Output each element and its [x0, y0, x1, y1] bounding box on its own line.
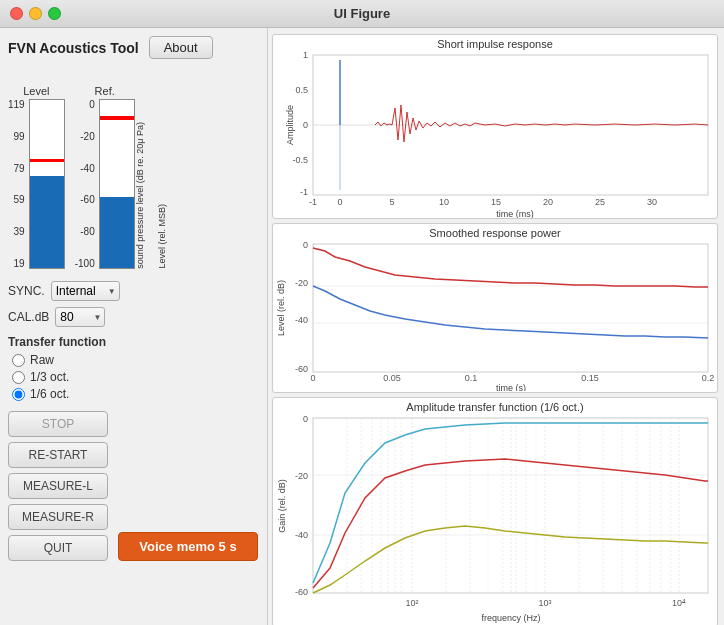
window-title: UI Figure [334, 6, 390, 21]
transfer-function-title: Transfer function [8, 335, 259, 349]
left-panel: FVN Acoustics Tool About Level 119 99 79… [0, 28, 268, 625]
svg-text:10²: 10² [405, 598, 418, 608]
minimize-button[interactable] [29, 7, 42, 20]
svg-text:-1: -1 [309, 197, 317, 207]
cal-select-wrapper[interactable]: 80 90 94 114 [55, 307, 105, 327]
restart-button[interactable]: RE-START [8, 442, 108, 468]
svg-text:-60: -60 [295, 587, 308, 597]
title-bar: UI Figure [0, 0, 724, 28]
stop-button[interactable]: STOP [8, 411, 108, 437]
smoothed-title: Smoothed response power [273, 224, 717, 239]
svg-text:0.15: 0.15 [581, 373, 599, 383]
svg-text:25: 25 [595, 197, 605, 207]
ref-bar [99, 99, 135, 269]
meters-row: Level 119 99 79 59 39 19 [8, 69, 259, 269]
impulse-title: Short impulse response [273, 35, 717, 50]
svg-text:0: 0 [303, 240, 308, 250]
svg-text:Level (rel. dB): Level (rel. dB) [276, 280, 286, 336]
svg-text:-0.5: -0.5 [292, 155, 308, 165]
cal-select[interactable]: 80 90 94 114 [55, 307, 105, 327]
svg-text:20: 20 [543, 197, 553, 207]
sync-label: SYNC. [8, 284, 45, 298]
level-scale: 119 99 79 59 39 19 [8, 99, 27, 269]
right-panel: Short impulse response 1 0.5 0 -0.5 -1 A… [268, 28, 724, 625]
svg-text:-40: -40 [295, 315, 308, 325]
svg-text:time (s): time (s) [496, 383, 526, 391]
measure-l-button[interactable]: MEASURE-L [8, 473, 108, 499]
main-content: FVN Acoustics Tool About Level 119 99 79… [0, 28, 724, 625]
svg-text:1: 1 [303, 50, 308, 60]
svg-text:0: 0 [303, 120, 308, 130]
svg-rect-19 [313, 244, 708, 372]
left-buttons: STOP RE-START MEASURE-L MEASURE-R QUIT [8, 411, 108, 561]
about-button[interactable]: About [149, 36, 213, 59]
svg-text:0.1: 0.1 [465, 373, 478, 383]
svg-text:-40: -40 [295, 530, 308, 540]
svg-text:-20: -20 [295, 278, 308, 288]
svg-text:10: 10 [439, 197, 449, 207]
svg-text:-60: -60 [295, 364, 308, 374]
level-bar [29, 99, 65, 269]
svg-text:0.05: 0.05 [383, 373, 401, 383]
radio-sixth-label: 1/6 oct. [30, 387, 69, 401]
smoothed-chart: Smoothed response power 0 -20 -40 -60 Le… [272, 223, 718, 393]
radio-third[interactable]: 1/3 oct. [12, 370, 259, 384]
ref-label: Ref. [95, 85, 115, 97]
top-row: FVN Acoustics Tool About [8, 36, 259, 59]
svg-text:0: 0 [303, 414, 308, 424]
smoothed-svg: 0 -20 -40 -60 Level (rel. dB) 0 0.05 0.1… [273, 239, 717, 391]
amplitude-chart: Amplitude transfer function (1/6 oct.) [272, 397, 718, 625]
app-title: FVN Acoustics Tool [8, 40, 139, 56]
svg-text:10⁴: 10⁴ [672, 598, 686, 608]
ref-axis-label: Level (rel. MSB) [157, 204, 167, 269]
sync-select[interactable]: Internal External [51, 281, 120, 301]
cal-label: CAL.dB [8, 310, 49, 324]
voice-memo-wrapper: Voice memo 5 s [118, 411, 258, 561]
svg-text:Gain (rel. dB): Gain (rel. dB) [277, 479, 287, 533]
measure-r-button[interactable]: MEASURE-R [8, 504, 108, 530]
svg-text:15: 15 [491, 197, 501, 207]
voice-memo-button[interactable]: Voice memo 5 s [118, 532, 258, 561]
svg-text:Amplitude: Amplitude [285, 105, 295, 145]
level-meter: Level 119 99 79 59 39 19 [8, 85, 65, 269]
quit-button[interactable]: QUIT [8, 535, 108, 561]
impulse-chart: Short impulse response 1 0.5 0 -0.5 -1 A… [272, 34, 718, 219]
cal-row: CAL.dB 80 90 94 114 [8, 307, 259, 327]
amplitude-title: Amplitude transfer function (1/6 oct.) [273, 398, 717, 413]
svg-text:30: 30 [647, 197, 657, 207]
svg-text:0.2: 0.2 [702, 373, 715, 383]
ref-scale: 0 -20 -40 -60 -80 -100 [75, 99, 97, 269]
radio-sixth-input[interactable] [12, 388, 25, 401]
svg-text:time (ms): time (ms) [496, 209, 534, 218]
radio-raw[interactable]: Raw [12, 353, 259, 367]
level-label: Level [23, 85, 49, 97]
window-controls[interactable] [10, 7, 61, 20]
svg-text:10³: 10³ [538, 598, 551, 608]
svg-text:0: 0 [310, 373, 315, 383]
svg-text:0: 0 [337, 197, 342, 207]
close-button[interactable] [10, 7, 23, 20]
svg-text:-1: -1 [300, 187, 308, 197]
impulse-svg: 1 0.5 0 -0.5 -1 Amplitude -1 0 5 10 15 2… [273, 50, 717, 218]
transfer-function-options: Raw 1/3 oct. 1/6 oct. [12, 353, 259, 401]
ref-meter: Ref. 0 -20 -40 -60 -80 -100 [75, 85, 135, 269]
amplitude-svg: 0 -20 -40 -60 Gain (rel. dB) 10² 10³ 10⁴… [273, 413, 717, 623]
svg-text:-20: -20 [295, 471, 308, 481]
radio-raw-label: Raw [30, 353, 54, 367]
controls-section: STOP RE-START MEASURE-L MEASURE-R QUIT V… [8, 411, 259, 561]
radio-third-label: 1/3 oct. [30, 370, 69, 384]
sync-row: SYNC. Internal External [8, 281, 259, 301]
level-axis-label: sound pressure level (dB re. 20μ Pa) [135, 122, 145, 269]
radio-third-input[interactable] [12, 371, 25, 384]
transfer-function-section: Transfer function Raw 1/3 oct. 1/6 oct. [8, 335, 259, 401]
maximize-button[interactable] [48, 7, 61, 20]
sync-select-wrapper[interactable]: Internal External [51, 281, 120, 301]
svg-text:5: 5 [389, 197, 394, 207]
svg-text:0.5: 0.5 [295, 85, 308, 95]
radio-raw-input[interactable] [12, 354, 25, 367]
radio-sixth[interactable]: 1/6 oct. [12, 387, 259, 401]
svg-text:frequency (Hz): frequency (Hz) [481, 613, 540, 623]
